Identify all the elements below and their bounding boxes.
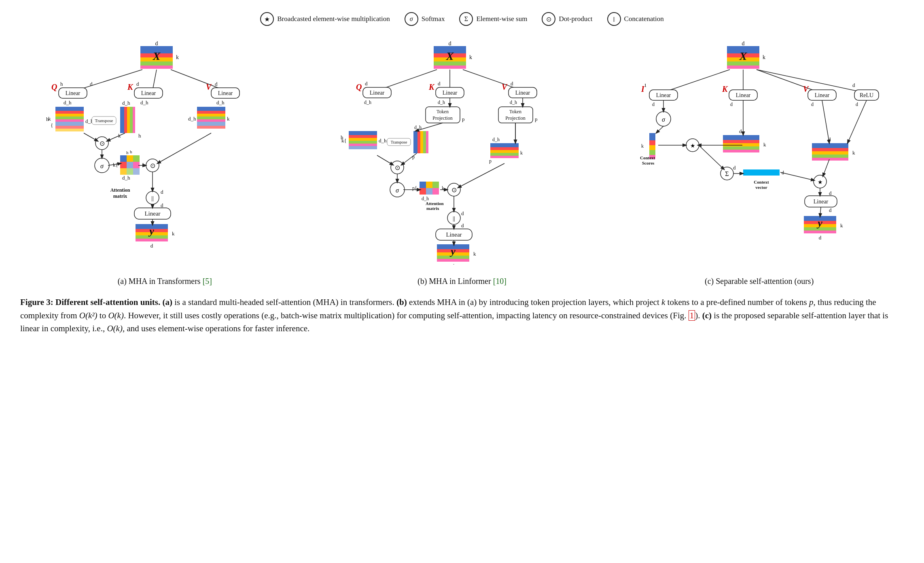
svg-rect-151 [420,131,423,153]
svg-text:d: d [461,210,464,216]
svg-text:y: y [449,246,456,257]
svg-text:Scores: Scores [642,161,655,165]
svg-rect-181 [490,153,519,156]
svg-text:k: k [442,185,444,191]
svg-text:d: d [215,81,218,87]
svg-text:d: d [448,40,451,47]
svg-text:Linear: Linear [814,92,829,98]
svg-rect-153 [426,131,428,153]
svg-text:k: k [763,54,765,60]
svg-rect-252 [723,135,759,140]
svg-rect-44 [130,107,133,133]
svg-text:matrix: matrix [113,193,127,199]
legend: ★ Broadcasted element-wise multiplicatio… [16,12,908,26]
svg-rect-107 [434,66,466,69]
svg-text:d: d [730,102,733,107]
svg-text:d: d [136,81,139,87]
svg-text:d_h: d_h [64,99,72,106]
svg-rect-36 [55,129,84,131]
svg-text:k: k [840,222,843,229]
broadcast-label: Broadcasted element-wise multiplication [277,15,390,23]
svg-rect-271 [812,148,848,151]
svg-line-10 [171,70,225,91]
svg-text:Token: Token [437,109,449,114]
svg-text:Linear: Linear [443,90,458,96]
svg-rect-179 [490,147,519,150]
svg-text:d_h: d_h [492,137,500,142]
svg-rect-34 [55,122,84,126]
svg-text:Linear: Linear [813,199,828,205]
svg-text:d: d [852,82,855,88]
svg-rect-42 [124,107,127,133]
svg-text:d: d [742,40,744,47]
svg-text:K: K [722,85,728,93]
svg-text:d: d [461,222,464,229]
svg-text:k: k [227,116,230,122]
svg-rect-167 [426,188,432,195]
svg-rect-212 [727,66,759,69]
svg-rect-200 [437,259,469,262]
svg-text:k: k [469,54,472,60]
svg-rect-273 [812,155,848,158]
svg-rect-60 [127,162,133,168]
svg-text:K: K [428,83,435,91]
caption-c: (c) Separable self-attention (ours) [614,277,905,286]
svg-text:d_h: d_h [438,99,445,105]
svg-rect-45 [133,107,135,133]
svg-line-263 [699,145,724,169]
svg-rect-76 [197,107,225,111]
svg-rect-144 [349,146,377,149]
svg-rect-140 [349,135,377,138]
svg-rect-57 [127,155,133,162]
svg-rect-180 [490,150,519,153]
svg-text:Linear: Linear [66,90,81,96]
svg-rect-58 [133,155,140,162]
svg-rect-78 [197,114,225,116]
svg-text:V: V [206,83,212,91]
svg-text:σ: σ [396,187,399,194]
svg-text:Token: Token [509,109,521,114]
svg-text:d_h: d_h [122,100,130,106]
svg-text:h: h [126,150,129,155]
svg-line-85 [157,133,211,163]
svg-text:h: h [341,134,343,140]
svg-rect-141 [349,138,377,141]
svg-rect-152 [423,131,426,153]
svg-rect-82 [197,126,225,129]
diagram-b-svg: X d k Q d Linear d_h K d Linear d_h V d [316,38,608,265]
svg-rect-32 [55,116,84,119]
svg-rect-56 [120,155,127,162]
svg-text:Σ: Σ [725,170,729,177]
diagram-c-svg: X d k I 1 Linear d K Linear d V d [606,38,913,265]
svg-rect-64 [133,168,140,175]
broadcast-icon: ★ [260,12,274,26]
svg-rect-274 [812,158,848,161]
svg-text:d: d [161,202,163,208]
svg-rect-41 [120,107,124,133]
svg-text:k: k [473,251,476,257]
svg-text:Linear: Linear [735,92,750,98]
svg-text:Linear: Linear [656,92,671,98]
softmax-icon: σ [405,12,418,26]
svg-text:d: d [811,102,814,107]
svg-text:d: d [365,80,368,87]
svg-rect-166 [420,188,426,195]
svg-text:V: V [502,83,508,91]
svg-line-280 [780,172,814,180]
svg-text:d: d [856,102,858,107]
diagrams-row: X d k Q h d Linear K d [16,38,908,265]
svg-text:σ: σ [100,163,104,169]
svg-rect-77 [197,111,225,114]
svg-text:Context: Context [640,155,655,160]
svg-text:d: d [511,80,513,87]
svg-rect-240 [649,133,655,140]
svg-text:X: X [446,50,454,62]
sum-label: Element-wise sum [476,15,527,23]
svg-line-216 [662,70,730,93]
svg-text:Linear: Linear [218,90,233,96]
svg-rect-241 [649,140,655,145]
legend-item-concat: || Concatenation [607,12,664,26]
svg-rect-43 [127,107,130,133]
svg-text:Linear: Linear [515,90,530,96]
svg-text:d: d [438,80,441,87]
